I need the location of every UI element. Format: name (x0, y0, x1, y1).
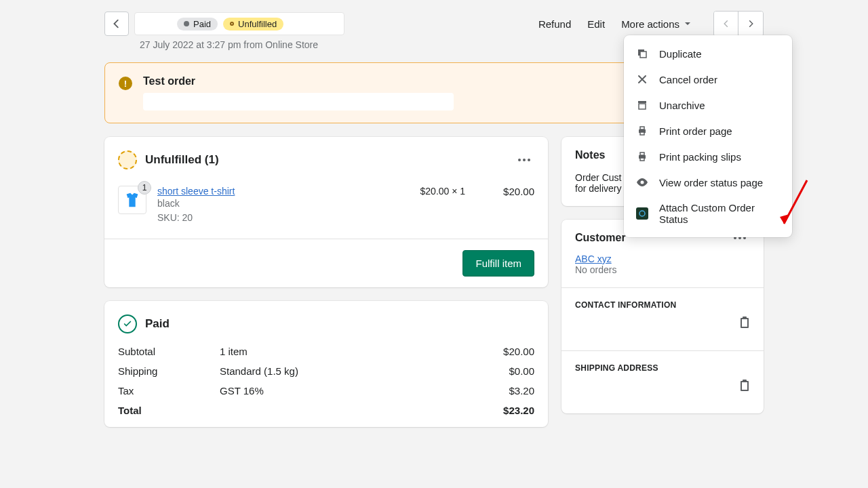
svg-rect-14 (640, 152, 644, 155)
product-variant: black (157, 197, 410, 211)
badge-paid: Paid (177, 18, 218, 30)
svg-rect-9 (639, 104, 646, 109)
unfulfilled-status-icon (118, 150, 137, 169)
row-subtotal: Subtotal 1 item $20.00 (104, 342, 548, 361)
warning-icon: ! (119, 77, 132, 90)
dd-attach-custom-label: Attach Custom Order Status (659, 202, 780, 225)
clipboard-icon[interactable] (739, 380, 750, 392)
dd-view-status-label: View order status page (659, 177, 763, 188)
line-total: $20.00 (503, 186, 534, 197)
svg-rect-5 (742, 382, 747, 390)
svg-rect-1 (743, 317, 747, 319)
order-title-block: Paid Unfulfilled (134, 12, 344, 35)
svg-rect-7 (640, 52, 646, 58)
close-icon (636, 73, 648, 85)
dot-icon (184, 21, 189, 26)
dd-print-order[interactable]: Print order page (624, 118, 792, 144)
dd-attach-custom[interactable]: Attach Custom Order Status (624, 195, 792, 232)
customer-order-count: No orders (575, 264, 750, 275)
payment-title: Paid (145, 317, 170, 331)
svg-rect-17 (636, 207, 648, 220)
fulfillment-card: Unfulfilled (1) 1 short sleeve t-shirt b… (104, 137, 548, 287)
paid-status-icon (118, 314, 137, 333)
product-sku: SKU: 20 (157, 211, 410, 225)
dd-print-slips-label: Print packing slips (659, 151, 741, 163)
clipboard-icon[interactable] (739, 317, 750, 329)
row-tax: Tax GST 16% $3.20 (104, 381, 548, 401)
fulfillment-menu[interactable] (514, 155, 534, 165)
qty-badge: 1 (138, 181, 151, 195)
pager-prev[interactable] (714, 12, 738, 36)
refund-action[interactable]: Refund (538, 18, 571, 30)
fulfill-item-button[interactable]: Fulfill item (462, 250, 534, 277)
customer-card: Customer ABC xyz No orders CONTACT INFOR… (561, 220, 764, 413)
dd-duplicate[interactable]: Duplicate (624, 41, 792, 66)
badge-unfulfilled: Unfulfilled (223, 18, 283, 30)
dd-duplicate-label: Duplicate (659, 48, 702, 60)
contact-info-heading: CONTACT INFORMATION (575, 300, 750, 310)
row-total: Total $23.20 (104, 401, 548, 420)
app-icon (636, 207, 648, 220)
badge-paid-label: Paid (193, 19, 211, 29)
svg-rect-11 (640, 127, 644, 129)
eye-icon (636, 176, 648, 188)
customer-name-link[interactable]: ABC xyz (575, 253, 612, 264)
row-shipping: Shipping Standard (1.5 kg) $0.00 (104, 361, 548, 381)
dd-print-slips[interactable]: Print packing slips (624, 144, 792, 169)
svg-rect-12 (640, 132, 644, 135)
arrow-left-icon (111, 18, 123, 30)
product-title-link[interactable]: short sleeve t-shirt (157, 186, 235, 197)
dd-print-order-label: Print order page (659, 125, 732, 137)
svg-rect-8 (638, 101, 646, 103)
customer-title: Customer (575, 232, 626, 244)
caret-down-icon (684, 20, 692, 28)
dd-unarchive[interactable]: Unarchive (624, 92, 792, 118)
line-item: 1 short sleeve t-shirt black SKU: 20 $20… (104, 172, 548, 239)
tshirt-icon (123, 190, 142, 209)
fulfillment-title: Unfulfilled (1) (145, 153, 219, 167)
dd-cancel-label: Cancel order (659, 74, 717, 85)
shipping-address-heading: SHIPPING ADDRESS (575, 363, 750, 373)
more-actions-label: More actions (621, 18, 679, 30)
ring-icon (230, 22, 234, 26)
order-pager (713, 11, 764, 37)
svg-rect-4 (743, 380, 747, 382)
edit-action[interactable]: Edit (587, 18, 605, 30)
dd-view-status[interactable]: View order status page (624, 169, 792, 195)
badge-unfulfilled-label: Unfulfilled (238, 19, 277, 29)
svg-rect-15 (640, 158, 644, 161)
payment-card: Paid Subtotal 1 item $20.00 Shipping Sta… (104, 301, 548, 427)
more-actions-button[interactable]: More actions (621, 18, 692, 30)
svg-rect-2 (742, 319, 747, 327)
check-icon (123, 319, 132, 329)
line-unit-price: $20.00 × 1 (420, 186, 493, 197)
order-header: Paid Unfulfilled Refund Edit More action… (104, 11, 764, 37)
chevron-left-icon (722, 19, 731, 28)
back-button[interactable] (104, 12, 129, 36)
print-icon (636, 150, 648, 163)
pager-next[interactable] (738, 12, 763, 36)
banner-body-placeholder (143, 93, 454, 110)
chevron-right-icon (746, 19, 755, 28)
duplicate-icon (636, 47, 648, 60)
more-actions-dropdown: Duplicate Cancel order Unarchive Print o… (624, 35, 792, 237)
dd-cancel[interactable]: Cancel order (624, 66, 792, 92)
svg-point-16 (641, 181, 644, 184)
product-thumbnail: 1 (118, 186, 146, 214)
print-icon (636, 125, 648, 137)
dd-unarchive-label: Unarchive (659, 100, 705, 111)
unarchive-icon (636, 99, 648, 111)
